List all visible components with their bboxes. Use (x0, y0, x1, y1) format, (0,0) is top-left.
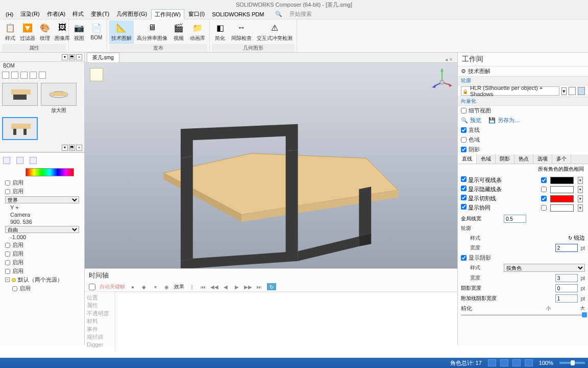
tl-loop[interactable]: ↻ (267, 283, 276, 290)
rb-collision[interactable]: ⚠交互式冲突检测 (255, 20, 295, 44)
doc-close-icon[interactable]: ◂ × (445, 57, 455, 62)
tl-last[interactable]: ⏭ (256, 283, 263, 290)
tab-hot[interactable]: 热点 (514, 154, 533, 164)
dd1[interactable]: ▾ (578, 177, 583, 184)
tl-fwd[interactable]: ▶▶ (244, 283, 252, 290)
pin2-icon[interactable]: ▾ (62, 145, 68, 151)
tab-more[interactable]: 多个 (552, 154, 571, 164)
chk-c1[interactable] (461, 127, 467, 133)
sc1[interactable] (541, 177, 547, 183)
style2-sel[interactable]: 按角色 (504, 264, 585, 272)
tab-color[interactable]: 色域 (477, 154, 496, 164)
viewport[interactable] (85, 63, 457, 268)
thumb-1[interactable] (2, 83, 38, 114)
rb-clearance[interactable]: ↔间隙检查 (229, 20, 254, 44)
attachw-input[interactable] (555, 294, 578, 303)
search-icon[interactable]: 🔍 (272, 10, 285, 18)
lt1[interactable] (3, 157, 10, 164)
tl-prev[interactable]: ◀◀ (211, 283, 218, 290)
rb-view[interactable]: 📷视图 (71, 20, 87, 51)
tl-b1[interactable]: ● (129, 283, 136, 290)
close2-icon[interactable]: × (76, 145, 82, 151)
sc2[interactable] (541, 187, 547, 192)
ck4[interactable] (5, 269, 10, 274)
sc4[interactable] (541, 205, 547, 211)
sb-i4[interactable] (525, 359, 533, 366)
menu-author[interactable]: 作者(A) (44, 9, 69, 19)
shadoww-input[interactable] (555, 284, 578, 292)
dd4[interactable]: ▾ (578, 204, 583, 212)
chk-c2[interactable] (461, 137, 467, 143)
rb-tech[interactable]: 📐技术图解 (109, 20, 134, 44)
menu-workshop[interactable]: 工作间(W) (151, 9, 184, 19)
sb-i1[interactable] (488, 359, 496, 366)
tl-auto-chk[interactable] (89, 284, 95, 290)
col1[interactable] (550, 177, 574, 184)
global-width-input[interactable] (504, 215, 526, 223)
tbtn5[interactable] (39, 72, 46, 79)
chk-detail[interactable] (461, 108, 467, 113)
chk-ssh[interactable] (461, 255, 467, 261)
thumb-3[interactable] (2, 117, 38, 141)
sc3[interactable] (541, 196, 547, 201)
sel-world[interactable]: 世界 (5, 196, 79, 203)
lt3[interactable] (30, 157, 37, 164)
tl-play[interactable]: ▶ (233, 283, 240, 290)
tl-first[interactable]: ⏮ (200, 283, 207, 290)
tl-b4[interactable]: ◉ (163, 283, 170, 290)
chk-g3[interactable] (461, 195, 467, 200)
tree-toggle[interactable]: − (5, 278, 10, 282)
rb-texture[interactable]: 🎨纹理 (37, 20, 53, 44)
rb-video[interactable]: 🎬视频 (170, 20, 187, 44)
close-icon[interactable]: × (76, 54, 82, 60)
ck-light[interactable] (12, 286, 17, 291)
chk-g2[interactable] (461, 186, 467, 191)
tab-shadow[interactable]: 阴影 (496, 154, 514, 164)
tbtn3[interactable] (20, 72, 28, 79)
unpin-icon[interactable]: ⬒ (69, 54, 75, 60)
dd3[interactable]: ▾ (578, 195, 583, 202)
chk-en2[interactable] (5, 189, 10, 194)
ck2[interactable] (5, 251, 10, 257)
preview-link[interactable]: 预览 (470, 117, 481, 124)
menu-render[interactable]: 渲染(R) (17, 9, 42, 19)
lt2[interactable] (16, 157, 23, 164)
chk-c3[interactable] (461, 147, 467, 152)
menu-pdm[interactable]: SOLIDWORKS PDM (209, 10, 267, 18)
pin-icon[interactable]: ▾ (62, 54, 68, 60)
vp-mode-icon[interactable] (90, 68, 103, 81)
chk-en1[interactable] (5, 180, 10, 186)
ck1[interactable] (5, 243, 10, 248)
profile-select[interactable]: HLR (Silhouette per object) + Shadows (461, 86, 559, 96)
menu-style[interactable]: 样式 (69, 9, 87, 19)
tl-b3[interactable]: ▾ (152, 283, 159, 290)
chk-g1[interactable] (461, 176, 467, 182)
width2-input[interactable] (555, 274, 578, 282)
col3[interactable] (550, 195, 574, 202)
color-gradient[interactable] (26, 168, 74, 176)
refine-slider[interactable] (461, 314, 585, 316)
tbtn4[interactable] (30, 72, 37, 79)
tab-opt[interactable]: 选项 (533, 154, 552, 164)
rb-bom[interactable]: 📄BOM (88, 20, 105, 51)
thumb-2[interactable]: 放大图 (41, 83, 77, 114)
rb-filter[interactable]: 🔽过滤器 (19, 20, 36, 44)
sel-free[interactable]: 自由 (5, 226, 79, 233)
tl-back[interactable]: ◀ (222, 283, 229, 290)
rb-style[interactable]: 📋样式 (2, 20, 18, 44)
sb-i2[interactable] (500, 359, 508, 366)
unpin2-icon[interactable]: ⬒ (69, 145, 75, 151)
width-input[interactable] (555, 244, 578, 252)
rb-hires[interactable]: 🖥高分辨率图像 (135, 20, 169, 44)
menu-geometry[interactable]: 几何图形(G) (113, 9, 150, 19)
compass-icon[interactable] (432, 68, 452, 88)
tab-line[interactable]: 直线 (458, 154, 477, 164)
tbtn2[interactable] (11, 72, 18, 79)
ck3[interactable] (5, 260, 10, 265)
menu-window[interactable]: 窗口(I) (185, 9, 208, 19)
col4[interactable] (550, 204, 574, 212)
rp-b1[interactable] (569, 87, 576, 95)
rb-simplify[interactable]: ◧简化 (212, 20, 228, 44)
rb-animlib[interactable]: 📁动画库 (188, 20, 207, 44)
rp-b2[interactable] (578, 87, 585, 95)
